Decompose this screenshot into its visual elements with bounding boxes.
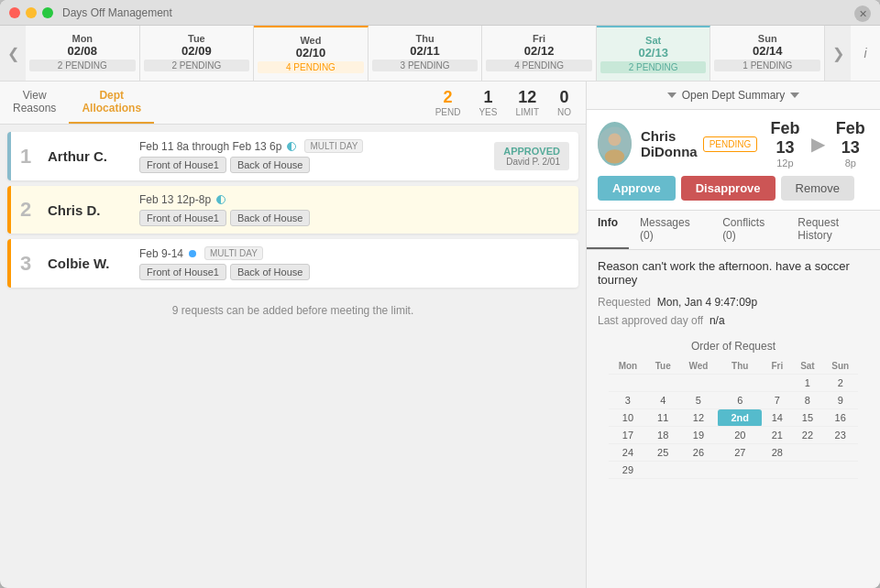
req-details-3: Feb 9-14 MULTI DAY Front of House1 Back … [139,246,569,280]
tab-messages[interactable]: Messages (0) [629,211,711,249]
last-approved-row: Last approved day off n/a [598,314,869,327]
person-name: Chris DiDonna [641,128,698,159]
cal-day-thu[interactable]: Thu 02/11 3 PENDING [368,26,483,81]
approve-button[interactable]: Approve [598,176,676,201]
date-num-tue: 02/09 [144,44,250,58]
minimize-traffic-light[interactable] [26,7,37,18]
date-num-mon: 02/08 [29,44,136,58]
info-tabs: Info Messages (0) Conflicts (0) Request … [587,211,880,250]
cal-week-2: 3 4 5 6 7 8 9 [609,392,858,409]
dot-blue-icon-3 [189,250,196,257]
person-top: Chris DiDonna PENDING Feb 13 12p ▶ Feb 1… [598,119,869,169]
cal-day-tue[interactable]: Tue 02/09 2 PENDING [140,26,255,81]
request-item-3[interactable]: 3 Colbie W. Feb 9-14 MULTI DAY Front of … [7,239,578,288]
tab-conflicts[interactable]: Conflicts (0) [711,211,786,249]
cal-day-mon[interactable]: Mon 02/08 2 PENDING [26,26,140,81]
last-approved-value: n/a [710,314,725,327]
dept-tag-foh-2: Front of House1 [139,210,226,226]
cal-day-sat[interactable]: Sat 02/13 2 PENDING [597,26,711,81]
col-sat: Sat [792,358,822,375]
cal-week-6: 29 [609,462,858,479]
req-date-3: Feb 9-14 MULTI DAY [139,246,569,260]
last-approved-label: Last approved day off [598,314,707,327]
date-num-thu: 02/11 [372,44,478,58]
cal-week-3: 10 11 12 2nd 14 15 16 [609,409,858,427]
day-label-sun: Sun [714,33,820,44]
tab-view-reasons[interactable]: View Reasons [0,82,69,124]
traffic-lights [9,7,53,18]
person-card: Chris DiDonna PENDING Feb 13 12p ▶ Feb 1… [587,110,880,211]
right-panel: Open Dept Summary [587,82,880,588]
request-item-2[interactable]: 2 Chris D. Feb 13 12p-8p Front of House1… [7,186,578,234]
col-fri: Fri [762,358,792,375]
tab-dept-allocations[interactable]: Dept Allocations [69,82,154,124]
cal-day-sun[interactable]: Sun 02/14 1 PENDING [710,26,825,81]
cal-day-fri[interactable]: Fri 02/12 4 PENDING [482,26,597,81]
date-to: Feb 13 8p [832,119,869,169]
calendar-nav: ❮ Mon 02/08 2 PENDING Tue 02/09 2 PENDIN… [0,26,880,82]
half-circle-icon-2 [216,195,226,204]
day-label-wed: Wed [258,35,364,46]
dept-tag-boh-2: Back of House [230,210,311,226]
req-date-1: Feb 11 8a through Feb 13 6p MULTI DAY [139,139,494,153]
pending-badge-fri: 4 PENDING [486,60,592,71]
col-sun: Sun [822,358,858,375]
req-num-1: 1 [20,145,48,169]
info-content: Reason can't work the afternoon. have a … [587,250,880,588]
cal-week-4: 17 18 19 20 21 22 23 [609,427,858,444]
summary-stats: 2 PEND 1 YES 12 LIMIT 0 NO [421,82,586,124]
req-num-3: 3 [20,252,48,276]
dept-tags-2: Front of House1 Back of House [139,210,569,226]
info-icon[interactable]: i [851,26,880,81]
next-week-button[interactable]: ❯ [825,26,851,81]
req-details-1: Feb 11 8a through Feb 13 6p MULTI DAY Fr… [139,139,494,173]
calendar-days: Mon 02/08 2 PENDING Tue 02/09 2 PENDING … [26,26,825,81]
window-title: Days Off Management [62,6,172,19]
approved-box-1: APPROVED David P. 2/01 [494,142,569,170]
svg-point-1 [609,133,622,146]
pending-badge-thu: 3 PENDING [372,60,478,71]
main-content: View Reasons Dept Allocations 2 PEND 1 Y… [0,82,880,588]
pending-badge-tue: 2 PENDING [144,60,250,71]
triangle-down-icon-right [790,93,799,98]
cal-week-5: 24 25 26 27 28 [609,444,858,462]
col-mon: Mon [609,358,647,375]
person-status-badge: PENDING [703,136,758,152]
requests-list: 1 Arthur C. Feb 11 8a through Feb 13 6p … [0,125,586,588]
tab-request-history[interactable]: Request History [786,211,880,249]
day-label-mon: Mon [29,33,136,44]
mini-calendar: Order of Request Mon Tue Wed Thu Fri Sat… [598,332,869,486]
arrow-right-icon: ▶ [811,133,825,155]
window-close-button[interactable]: ✕ [854,5,871,22]
disapprove-button[interactable]: Disapprove [681,176,776,201]
triangle-down-icon-left [667,93,676,98]
dept-tag-boh-3: Back of House [230,264,311,280]
col-wed: Wed [679,358,719,375]
req-details-2: Feb 13 12p-8p Front of House1 Back of Ho… [139,193,569,226]
remove-button[interactable]: Remove [781,176,854,201]
maximize-traffic-light[interactable] [42,7,53,18]
close-traffic-light[interactable] [9,7,20,18]
multi-day-badge-1: MULTI DAY [304,139,363,153]
prev-week-button[interactable]: ❮ [0,26,26,81]
dept-summary-header[interactable]: Open Dept Summary [587,82,880,110]
action-buttons: Approve Disapprove Remove [598,176,869,201]
day-label-fri: Fri [486,33,592,44]
req-date-2: Feb 13 12p-8p [139,193,569,206]
reason-text: Reason can't work the afternoon. have a … [598,259,869,287]
cal-day-wed[interactable]: Wed 02/10 4 PENDING [254,26,368,81]
dept-tags-3: Front of House1 Back of House [139,264,569,280]
limit-note: 9 requests can be added before meeting t… [7,293,578,328]
date-from: Feb 13 12p [766,119,803,169]
tab-info[interactable]: Info [587,211,629,249]
stat-limit: 12 LIMIT [515,88,539,117]
highlighted-date-13: 2nd [718,409,762,427]
req-status-1: APPROVED David P. 2/01 [494,142,569,170]
dept-tags-1: Front of House1 Back of House [139,157,494,173]
date-num-wed: 02/10 [258,46,364,60]
request-item-1[interactable]: 1 Arthur C. Feb 11 8a through Feb 13 6p … [7,132,578,180]
person-info: Chris DiDonna PENDING [641,128,757,159]
day-label-sat: Sat [600,35,707,46]
requested-value: Mon, Jan 4 9:47:09p [657,296,757,309]
pending-badge-mon: 2 PENDING [29,60,136,71]
